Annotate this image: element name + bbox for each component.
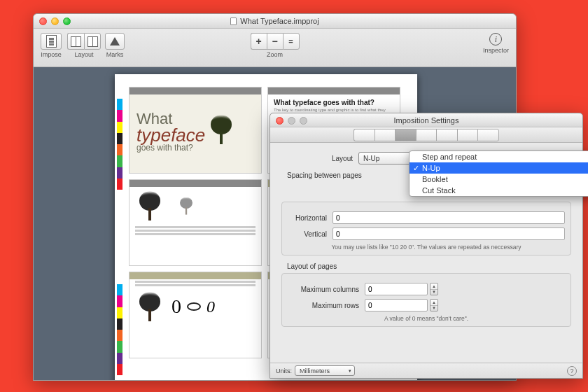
tab-hidden-7[interactable] (477, 129, 499, 141)
vertical-input[interactable] (332, 227, 565, 240)
inspector-zoom-button[interactable] (300, 117, 307, 125)
inspector-label: Inspector (483, 47, 509, 54)
zoom-segment: + − = (251, 33, 300, 50)
vertical-label: Vertical (288, 230, 332, 238)
layout-option-1[interactable] (67, 33, 84, 50)
layout-option-step[interactable]: Step and repeat (410, 151, 588, 162)
window-title-text: What Typeface.impproj (240, 17, 318, 25)
inspector-title: Imposition Settings (394, 116, 459, 125)
window-title: What Typeface.impproj (230, 17, 318, 25)
layout-option-booklet[interactable]: Booklet (410, 174, 588, 185)
max-rows-input[interactable] (365, 299, 428, 312)
layout-field-label: Layout (281, 155, 358, 162)
inspector-tabs (270, 127, 582, 143)
tab-hidden-4[interactable] (416, 129, 437, 141)
units-value: Millimeters (300, 368, 330, 374)
color-bar (117, 99, 122, 190)
page-thumb-1: What typeface goes with that? (129, 87, 262, 174)
inspector-form: Layout N-Up Step and repeat N-Up Booklet… (270, 143, 582, 332)
impose-label: Impose (41, 51, 62, 58)
inspector-close-button[interactable] (276, 117, 284, 125)
fit-icon: = (284, 37, 299, 46)
chevron-updown-icon: ▾ (349, 368, 351, 374)
max-cols-stepper: ▲▼ (365, 283, 438, 295)
layout-option-2[interactable] (84, 33, 101, 50)
spacing-hint: You may use lists like "10 20 0". The va… (288, 244, 565, 251)
units-select[interactable]: Millimeters ▾ (295, 365, 355, 376)
layout-dropdown: Step and repeat N-Up Booklet Cut Stack (409, 150, 588, 197)
spacing-group: Horizontal Vertical You may use lists li… (281, 202, 571, 255)
max-cols-stepper-buttons[interactable]: ▲▼ (430, 283, 438, 295)
tree-small-icon (176, 197, 196, 214)
layout-segment (67, 33, 101, 50)
minus-icon: − (267, 36, 283, 47)
max-rows-stepper-buttons[interactable]: ▲▼ (430, 299, 438, 312)
units-label: Units: (276, 368, 292, 374)
main-titlebar: What Typeface.impproj (34, 14, 516, 29)
toolbar: Impose Layout Marks + − = Zoom i Inspect… (34, 29, 516, 67)
minimize-button[interactable] (51, 18, 59, 25)
marks-label: Marks (106, 51, 124, 58)
tree-icon (205, 115, 237, 144)
layout-pages-group: Maximum columns ▲▼ Maximum rows ▲▼ A val… (281, 273, 571, 327)
inspector-traffic (276, 117, 307, 125)
marks-button[interactable] (105, 33, 125, 50)
close-button[interactable] (39, 18, 47, 25)
zoom-in-button[interactable]: + (251, 33, 267, 50)
max-cols-label: Maximum columns (288, 286, 365, 293)
inspector-minimize-button[interactable] (288, 117, 295, 125)
layout-option-nup[interactable]: N-Up (410, 162, 588, 174)
tab-hidden-5[interactable] (436, 129, 457, 141)
inspector-button[interactable]: i (489, 33, 502, 46)
max-rows-label: Maximum rows (288, 302, 365, 309)
p2-heading: What typeface goes with that? (268, 94, 400, 108)
layout-single-icon (71, 36, 81, 47)
document-icon (230, 18, 237, 25)
inspector-titlebar: Imposition Settings (270, 113, 582, 127)
page-thumb-3 (129, 179, 262, 266)
impose-icon (46, 35, 57, 48)
tree-icon (134, 292, 166, 321)
tab-hidden-2[interactable] (374, 129, 396, 141)
max-rows-stepper: ▲▼ (365, 299, 438, 312)
page-thumb-5: 0 0 (129, 272, 262, 358)
inspector-footer: Units: Millimeters ▾ ? (270, 363, 582, 378)
horizontal-label: Horizontal (288, 214, 332, 222)
zoom-button[interactable] (63, 18, 71, 25)
horizontal-input[interactable] (332, 211, 565, 224)
color-bar-2 (117, 284, 122, 375)
layout-select-wrapper: N-Up Step and repeat N-Up Booklet Cut St… (358, 152, 571, 164)
impose-button[interactable] (41, 33, 62, 50)
traffic-lights (39, 18, 71, 25)
layout-facing-icon (88, 36, 98, 47)
layout-select-value: N-Up (363, 155, 379, 162)
inspector-panel: Imposition Settings Layout N-Up Step and… (270, 113, 583, 379)
plus-icon: + (251, 36, 267, 47)
zoom-out-button[interactable]: − (267, 33, 283, 50)
layout-pages-header: Layout of pages (287, 262, 571, 270)
help-button[interactable]: ? (567, 366, 577, 376)
layout-hint: A value of 0 means "don't care". (288, 315, 565, 322)
layout-label: Layout (74, 51, 93, 58)
tab-hidden-1[interactable] (354, 129, 374, 141)
marks-icon (110, 37, 120, 46)
tree-icon (134, 191, 166, 220)
tab-hidden-3[interactable] (395, 129, 416, 141)
tab-hidden-6[interactable] (457, 129, 478, 141)
layout-option-cutstack[interactable]: Cut Stack (410, 185, 588, 196)
zoom-fit-button[interactable]: = (283, 33, 300, 50)
zoom-label: Zoom (267, 51, 283, 58)
max-cols-input[interactable] (365, 283, 428, 295)
